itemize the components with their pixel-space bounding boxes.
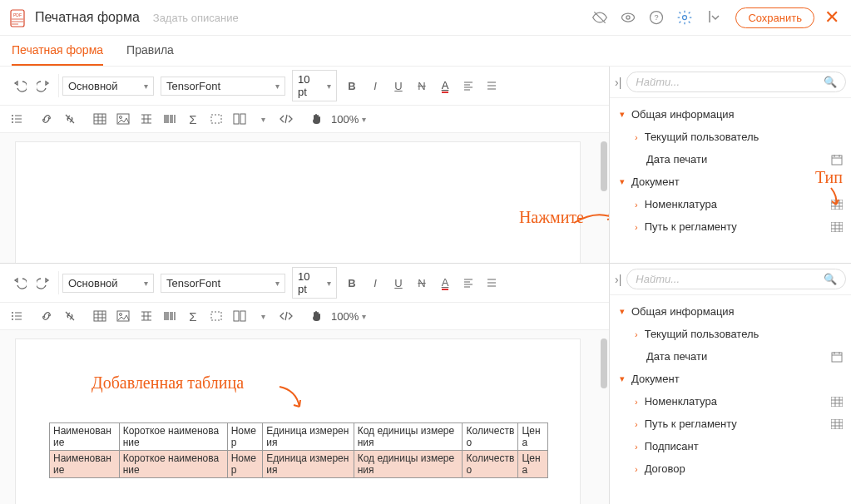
scrollbar-vertical[interactable] [601, 141, 607, 191]
svg-rect-11 [94, 114, 106, 124]
italic-button-2[interactable]: I [365, 273, 385, 293]
more-dropdown-icon[interactable] [704, 8, 722, 27]
list-button[interactable] [7, 109, 27, 129]
document-canvas-2[interactable]: Наименование Короткое наименование Номер… [15, 338, 581, 504]
font-select-2[interactable]: TensorFont▾ [161, 274, 285, 293]
font-select[interactable]: TensorFont▾ [161, 77, 285, 96]
code-button[interactable] [276, 109, 296, 129]
zoom-control-2[interactable]: 100% ▾ [331, 310, 366, 323]
table-button[interactable] [90, 109, 110, 129]
unlink-button-2[interactable] [60, 306, 80, 326]
hand-tool-button[interactable] [306, 109, 326, 129]
text-color-button[interactable]: A [435, 76, 455, 96]
bold-button-2[interactable]: B [342, 273, 362, 293]
th-price: Цена [518, 423, 548, 451]
tree-item-current-user[interactable]: ›Текущий пользователь [610, 126, 851, 148]
align-button[interactable] [458, 76, 478, 96]
undo-button-2[interactable] [10, 273, 30, 293]
barcode-button[interactable] [160, 109, 180, 129]
hand-tool-button-2[interactable] [306, 306, 326, 326]
svg-rect-27 [234, 311, 239, 321]
settings-icon[interactable] [675, 8, 694, 27]
zoom-value: 100% [331, 113, 359, 126]
underline-button[interactable]: U [388, 76, 408, 96]
special-char-button-2[interactable] [136, 306, 156, 326]
scrollbar-vertical-2[interactable] [601, 338, 607, 388]
style-select[interactable]: Основной▾ [62, 77, 154, 96]
image-button[interactable] [113, 109, 133, 129]
description-placeholder[interactable]: Задать описание [153, 12, 239, 24]
barcode-button-2[interactable] [160, 306, 180, 326]
bold-button[interactable]: B [342, 76, 362, 96]
special-char-button[interactable] [136, 109, 156, 129]
select-area-button[interactable] [206, 109, 226, 129]
tree-item-current-user-2[interactable]: ›Текущий пользователь [610, 323, 851, 345]
list-button-2[interactable] [7, 306, 27, 326]
search-input-2[interactable] [636, 273, 824, 285]
collapse-panel-icon-2[interactable]: ›| [615, 273, 621, 286]
paragraph-button[interactable] [482, 76, 502, 96]
tree-group-document[interactable]: ▾Документ [610, 170, 851, 193]
tree-item-nomenclature[interactable]: ›Номенклатура [610, 193, 851, 215]
tree-group-general-info-2[interactable]: ▾Общая информация [610, 300, 851, 323]
tab-rules[interactable]: Правила [126, 36, 174, 66]
redo-button[interactable] [33, 76, 53, 96]
link-button-2[interactable] [37, 306, 57, 326]
side-search-1[interactable]: 🔍 [626, 72, 846, 92]
table-button-2[interactable] [90, 306, 110, 326]
close-button[interactable]: ✕ [823, 7, 841, 28]
select-area-button-2[interactable] [206, 306, 226, 326]
size-select-2[interactable]: 10 pt▾ [292, 267, 337, 299]
help-icon[interactable]: ? [647, 8, 665, 27]
svg-point-20 [12, 312, 13, 314]
unlink-button[interactable] [60, 109, 80, 129]
pagebreak-dropdown[interactable]: ▾ [253, 109, 273, 129]
text-color-button-2[interactable]: A [435, 273, 455, 293]
document-canvas-1[interactable] [15, 141, 581, 263]
tree-item-print-date[interactable]: Дата печати [610, 148, 851, 170]
strike-button[interactable]: N [412, 76, 432, 96]
sum-button-2[interactable]: Σ [183, 306, 203, 326]
link-button[interactable] [37, 109, 57, 129]
pagebreak-button-2[interactable] [230, 306, 250, 326]
svg-rect-14 [211, 115, 221, 123]
tree-2: ▾Общая информация ›Текущий пользователь … [610, 295, 851, 485]
tab-form[interactable]: Печатная форма [12, 36, 103, 66]
tree-item-signatory[interactable]: ›Подписант [610, 435, 851, 457]
tree-item-nomenclature-2[interactable]: ›Номенклатура [610, 390, 851, 413]
tree-item-reglament-path-2[interactable]: ›Путь к регламенту [610, 413, 851, 435]
redo-button-2[interactable] [33, 273, 53, 293]
svg-rect-16 [240, 114, 245, 124]
toolbar-row-1: Основной▾ TensorFont▾ 10 pt▾ B I U N A [0, 67, 609, 106]
tree-item-print-date-2[interactable]: Дата печати [610, 345, 851, 368]
tree-item-reglament-path[interactable]: ›Путь к регламенту [610, 215, 851, 238]
italic-button[interactable]: I [365, 76, 385, 96]
app-header: PDF Печатная форма Задать описание ? Сох… [0, 0, 851, 36]
side-search-2[interactable]: 🔍 [626, 269, 846, 289]
preview-icon[interactable] [619, 8, 637, 27]
size-select[interactable]: 10 pt▾ [292, 70, 337, 101]
visibility-off-icon[interactable] [591, 8, 609, 27]
zoom-control[interactable]: 100% ▾ [331, 113, 366, 126]
pagebreak-dropdown-2[interactable]: ▾ [253, 306, 273, 326]
search-input[interactable] [636, 76, 824, 88]
image-button-2[interactable] [113, 306, 133, 326]
svg-point-13 [120, 116, 122, 119]
svg-rect-18 [831, 200, 843, 210]
inserted-table[interactable]: Наименование Короткое наименование Номер… [49, 422, 548, 478]
strike-button-2[interactable]: N [412, 273, 432, 293]
tree-group-document-2[interactable]: ▾Документ [610, 368, 851, 390]
collapse-panel-icon[interactable]: ›| [615, 76, 621, 89]
pagebreak-button[interactable] [230, 109, 250, 129]
save-button[interactable]: Сохранить [735, 7, 814, 28]
tree-group-general-info[interactable]: ▾Общая информация [610, 103, 851, 126]
code-button-2[interactable] [276, 306, 296, 326]
style-select-2[interactable]: Основной▾ [62, 274, 154, 293]
paragraph-button-2[interactable] [482, 273, 502, 293]
undo-button[interactable] [10, 76, 30, 96]
tree-item-contract[interactable]: ›Договор [610, 457, 851, 480]
sum-button[interactable]: Σ [183, 109, 203, 129]
underline-button-2[interactable]: U [388, 273, 408, 293]
align-button-2[interactable] [458, 273, 478, 293]
page-title: Печатная форма [35, 10, 140, 25]
